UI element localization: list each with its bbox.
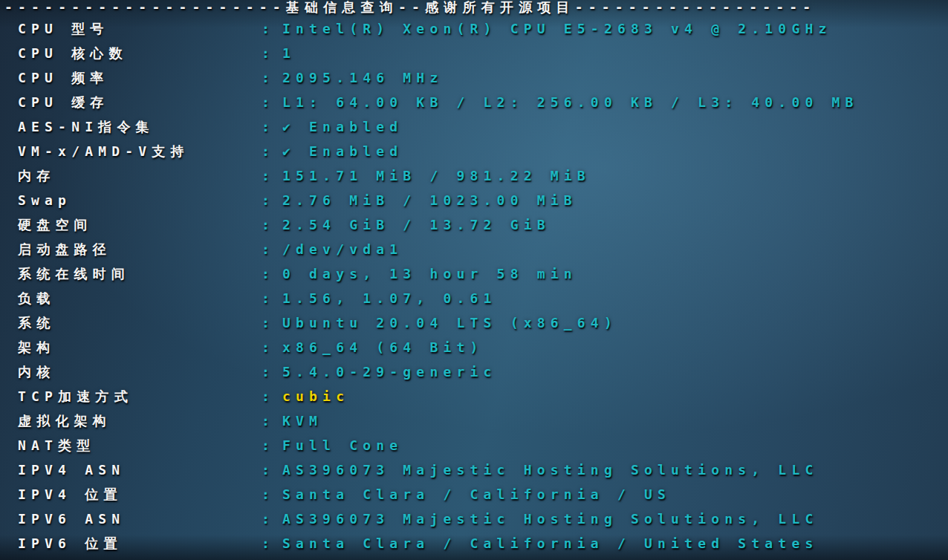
colon-separator: :: [262, 90, 270, 114]
colon-separator: :: [262, 433, 270, 458]
info-label: IPV4 位置: [18, 482, 123, 507]
info-row: CPU 缓存 : L1: 64.00 KB / L2: 256.00 KB / …: [0, 90, 948, 114]
info-value: 2.54 GiB / 13.72 GiB: [282, 212, 551, 237]
colon-separator: :: [262, 261, 270, 286]
info-value: Full Cone: [282, 433, 403, 458]
info-value: AS396073 Majestic Hosting Solutions, LLC: [282, 507, 818, 531]
colon-separator: :: [262, 408, 270, 433]
info-row: 系统 : Ubuntu 20.04 LTS (x86_64): [0, 310, 948, 335]
info-row: 启动盘路径 : /dev/vda1: [0, 237, 948, 261]
colon-separator: :: [262, 507, 270, 531]
info-label: AES-NI指令集: [18, 114, 155, 139]
info-value: 2.76 MiB / 1023.00 MiB: [282, 188, 577, 212]
colon-separator: :: [262, 16, 270, 41]
header-title: 基础信息查询: [286, 0, 398, 15]
header-subtitle: 感谢所有开源项目: [425, 0, 575, 15]
info-value: L1: 64.00 KB / L2: 256.00 KB / L3: 40.00…: [282, 90, 859, 114]
info-value: Ubuntu 20.04 LTS (x86_64): [282, 310, 617, 335]
info-row: 架构 : x86_64 (64 Bit): [0, 335, 948, 359]
info-value: cubic: [282, 384, 349, 408]
info-value: 1.56, 1.07, 0.61: [282, 286, 497, 310]
colon-separator: :: [262, 335, 270, 359]
terminal-screen: ---------------------基础信息查询--感谢所有开源项目---…: [0, 0, 948, 560]
info-label: NAT类型: [18, 433, 96, 458]
colon-separator: :: [262, 286, 270, 310]
info-row: 内存 : 151.71 MiB / 981.22 MiB: [0, 163, 948, 188]
info-label: 负载: [18, 286, 55, 310]
info-row: VM-x/AMD-V支持 : ✔ Enabled: [0, 139, 948, 163]
info-label: CPU 核心数: [18, 41, 128, 65]
info-label: 系统: [18, 310, 55, 335]
colon-separator: :: [262, 458, 270, 482]
info-label: CPU 缓存: [18, 90, 109, 114]
info-label: TCP加速方式: [18, 384, 133, 408]
info-row: AES-NI指令集 : ✔ Enabled: [0, 114, 948, 139]
info-value: ✔ Enabled: [282, 139, 403, 163]
info-label: 架构: [18, 335, 55, 359]
info-row: NAT类型 : Full Cone: [0, 433, 948, 458]
info-row: 硬盘空间 : 2.54 GiB / 13.72 GiB: [0, 212, 948, 237]
header-left-dashes: ---------------------: [4, 0, 286, 15]
info-value: x86_64 (64 Bit): [282, 335, 484, 359]
info-row: IPV6 ASN : AS396073 Majestic Hosting Sol…: [0, 507, 948, 531]
info-label: 硬盘空间: [18, 212, 93, 237]
info-value: 151.71 MiB / 981.22 MiB: [282, 163, 591, 188]
info-row: 系统在线时间 : 0 days, 13 hour 58 min: [0, 261, 948, 286]
info-label: 系统在线时间: [18, 261, 130, 286]
info-label: 虚拟化架构: [18, 408, 111, 433]
info-label: 启动盘路径: [18, 237, 111, 261]
terminal-header: ---------------------基础信息查询--感谢所有开源项目---…: [0, 0, 948, 16]
header-right-dashes: ------------------: [575, 0, 816, 15]
info-row: CPU 频率 : 2095.146 MHz: [0, 65, 948, 90]
colon-separator: :: [262, 310, 270, 335]
system-info-list: CPU 型号 : Intel(R) Xeon(R) CPU E5-2683 v4…: [0, 16, 948, 556]
info-value: Intel(R) Xeon(R) CPU E5-2683 v4 @ 2.10GH…: [282, 16, 832, 41]
colon-separator: :: [262, 482, 270, 507]
info-label: CPU 频率: [18, 65, 109, 90]
info-row: 负载 : 1.56, 1.07, 0.61: [0, 286, 948, 310]
info-value: 5.4.0-29-generic: [282, 359, 497, 384]
info-label: Swap: [18, 188, 71, 212]
colon-separator: :: [262, 212, 270, 237]
info-label: 内核: [18, 359, 55, 384]
info-value: Santa Clara / California / United States: [282, 531, 818, 556]
info-row: IPV4 位置 : Santa Clara / California / US: [0, 482, 948, 507]
info-row: CPU 核心数 : 1: [0, 41, 948, 65]
info-value: 2095.146 MHz: [282, 65, 443, 90]
info-label: IPV6 ASN: [18, 507, 125, 531]
info-label: CPU 型号: [18, 16, 109, 41]
colon-separator: :: [262, 384, 270, 408]
info-value: KVM: [282, 408, 322, 433]
info-value: AS396073 Majestic Hosting Solutions, LLC: [282, 458, 818, 482]
info-value: Santa Clara / California / US: [282, 482, 671, 507]
colon-separator: :: [262, 359, 270, 384]
info-row: TCP加速方式 : cubic: [0, 384, 948, 408]
header-separator: --: [398, 0, 425, 15]
info-row: 内核 : 5.4.0-29-generic: [0, 359, 948, 384]
colon-separator: :: [262, 163, 270, 188]
info-value: 0 days, 13 hour 58 min: [282, 261, 577, 286]
info-row: IPV6 位置 : Santa Clara / California / Uni…: [0, 531, 948, 556]
info-row: CPU 型号 : Intel(R) Xeon(R) CPU E5-2683 v4…: [0, 16, 948, 41]
info-label: 内存: [18, 163, 55, 188]
info-value: /dev/vda1: [282, 237, 403, 261]
colon-separator: :: [262, 188, 270, 212]
info-label: VM-x/AMD-V支持: [18, 139, 189, 163]
info-label: IPV4 ASN: [18, 458, 125, 482]
info-label: IPV6 位置: [18, 531, 123, 556]
info-row: 虚拟化架构 : KVM: [0, 408, 948, 433]
colon-separator: :: [262, 114, 270, 139]
info-value: ✔ Enabled: [282, 114, 403, 139]
info-value: 1: [282, 41, 296, 65]
colon-separator: :: [262, 237, 270, 261]
colon-separator: :: [262, 139, 270, 163]
colon-separator: :: [262, 41, 270, 65]
colon-separator: :: [262, 65, 270, 90]
info-row: Swap : 2.76 MiB / 1023.00 MiB: [0, 188, 948, 212]
info-row: IPV4 ASN : AS396073 Majestic Hosting Sol…: [0, 458, 948, 482]
colon-separator: :: [262, 531, 270, 556]
